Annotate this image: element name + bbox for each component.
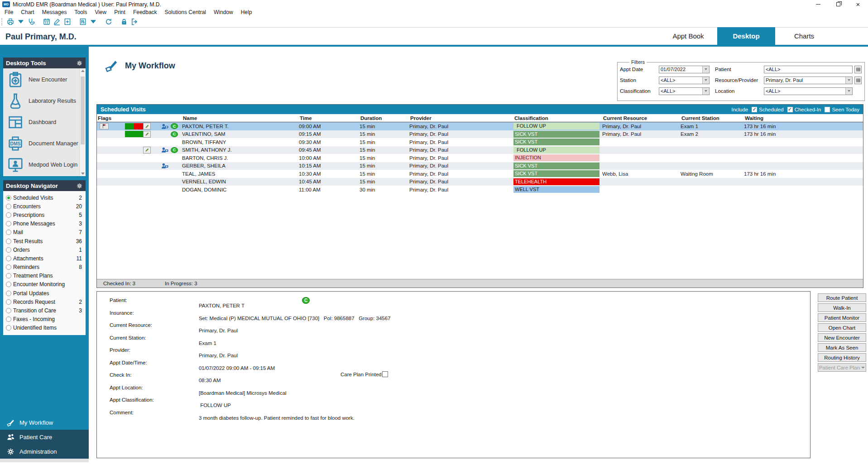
- radio-icon[interactable]: [6, 221, 11, 226]
- radio-icon[interactable]: [6, 291, 11, 296]
- toolbar-grip[interactable]: [1, 18, 3, 25]
- scrollbar-thumb[interactable]: [81, 77, 85, 144]
- action-button[interactable]: Patient Monitor: [818, 313, 866, 322]
- note-button[interactable]: [143, 131, 151, 138]
- gear-icon[interactable]: [76, 182, 83, 189]
- radio-icon[interactable]: [6, 239, 11, 244]
- chevron-down-icon[interactable]: [702, 66, 709, 73]
- radio-icon[interactable]: [6, 308, 11, 313]
- gear-icon[interactable]: [76, 60, 83, 67]
- action-button[interactable]: Open Chart: [818, 323, 866, 332]
- visit-name[interactable]: VALENTINO, SAM: [182, 131, 299, 137]
- action-button[interactable]: Route Patient: [818, 293, 866, 302]
- navigator-item[interactable]: Test Results 36: [6, 237, 84, 245]
- toolbar-icon[interactable]: [120, 18, 128, 26]
- main-tab[interactable]: Appt Book: [659, 27, 717, 45]
- chevron-down-icon[interactable]: [702, 77, 709, 84]
- visit-row[interactable]: C PAXTON, PETER T. 09:00 AM 15 min Prima…: [97, 122, 863, 130]
- main-tab[interactable]: Desktop: [717, 27, 775, 45]
- location-select[interactable]: <ALL>: [764, 87, 853, 95]
- radio-icon[interactable]: [6, 256, 11, 261]
- note-button[interactable]: [143, 147, 151, 153]
- action-button[interactable]: Patient Care Plan: [818, 363, 866, 372]
- action-button[interactable]: New Encounter: [818, 333, 866, 342]
- flag-button[interactable]: [100, 123, 109, 129]
- visit-name[interactable]: TEAL, JAMES: [182, 171, 299, 177]
- include-checkbox[interactable]: [825, 107, 830, 112]
- menu-item[interactable]: File: [5, 9, 13, 15]
- navigator-item[interactable]: Prescriptions 5: [6, 211, 84, 219]
- radio-icon[interactable]: [6, 204, 11, 209]
- chevron-down-icon[interactable]: [702, 88, 709, 95]
- radio-icon[interactable]: [6, 282, 11, 287]
- navigator-item[interactable]: Encounters 20: [6, 202, 84, 211]
- toolbar-icon[interactable]: [105, 18, 113, 26]
- col-current-station[interactable]: Current Station: [681, 115, 744, 121]
- chevron-down-icon[interactable]: [845, 88, 852, 95]
- visit-row[interactable]: VERNELL, EDWIN 10:45 AM 15 min Primary, …: [97, 178, 863, 186]
- visit-row[interactable]: C SMITH, ANTHONY J. 09:45 AM 15 min Prim…: [97, 146, 863, 154]
- menu-item[interactable]: Window: [214, 9, 233, 15]
- visit-name[interactable]: SMITH, ANTHONY J.: [182, 147, 299, 153]
- col-time[interactable]: Time: [299, 115, 360, 121]
- tool-item[interactable]: Laboratory Results: [7, 92, 78, 110]
- visit-row[interactable]: BROWN, TIFFANY 09:30 AM 15 min Primary, …: [97, 138, 863, 146]
- menu-item[interactable]: Messages: [42, 9, 67, 15]
- toolbar-icon[interactable]: [89, 18, 97, 26]
- menu-item[interactable]: Chart: [21, 9, 34, 15]
- navigator-item[interactable]: Treatment Plans: [6, 272, 84, 280]
- navigator-item[interactable]: Portal Updates: [6, 289, 84, 297]
- visit-row[interactable]: C VALENTINO, SAM 09:15 AM 15 min Primary…: [97, 130, 863, 139]
- radio-icon[interactable]: [6, 230, 11, 235]
- navigator-item[interactable]: Encounter Monitoring: [6, 280, 84, 289]
- station-select[interactable]: <ALL>: [659, 77, 710, 84]
- visit-name[interactable]: DOGAN, DOMINIC: [182, 187, 299, 192]
- note-button[interactable]: [143, 123, 151, 129]
- action-button[interactable]: Mark As Seen: [818, 343, 866, 352]
- toolbar-icon[interactable]: [17, 18, 25, 26]
- navigator-item[interactable]: Scheduled Visits 2: [6, 193, 84, 202]
- scroll-down-icon[interactable]: [81, 173, 85, 175]
- toolbar-icon[interactable]: [79, 18, 87, 26]
- navigator-item[interactable]: Records Request 2: [6, 297, 84, 306]
- navigator-item[interactable]: Phone Messages 3: [6, 220, 84, 228]
- toolbar-icon[interactable]: [63, 18, 72, 26]
- radio-icon[interactable]: [6, 273, 11, 278]
- menu-item[interactable]: Solutions Central: [165, 9, 206, 15]
- radio-icon[interactable]: [6, 195, 11, 201]
- visit-row[interactable]: TEAL, JAMES 10:30 AM 15 min Primary, Dr.…: [97, 170, 863, 178]
- visit-name[interactable]: VERNELL, EDWIN: [182, 179, 299, 184]
- radio-icon[interactable]: [6, 299, 11, 305]
- tool-item[interactable]: Document Manager: [7, 135, 78, 152]
- tool-item[interactable]: Medpod Web Login: [7, 156, 78, 173]
- visit-name[interactable]: GERBER, SHEILA: [182, 163, 299, 168]
- bottom-nav-item[interactable]: Administration: [0, 444, 89, 459]
- navigator-item[interactable]: Faxes - Incoming: [6, 315, 84, 324]
- action-button[interactable]: Routing History: [818, 353, 866, 362]
- visit-row[interactable]: GERBER, SHEILA 10:15 AM 15 min Primary, …: [97, 162, 863, 170]
- toolbar-icon[interactable]: [27, 18, 35, 26]
- classification-select[interactable]: <ALL>: [659, 87, 710, 95]
- navigator-item[interactable]: Transition of Care 3: [6, 306, 84, 315]
- patient-lookup-button[interactable]: [854, 66, 862, 73]
- col-duration[interactable]: Duration: [360, 115, 409, 121]
- radio-icon[interactable]: [6, 264, 11, 270]
- chevron-down-icon[interactable]: [845, 77, 852, 84]
- bottom-nav-item[interactable]: Patient Care: [0, 430, 89, 444]
- patient-input[interactable]: <ALL>: [764, 66, 853, 73]
- toolbar-icon[interactable]: [43, 18, 51, 26]
- toolbar-icon[interactable]: [130, 18, 139, 26]
- navigator-item[interactable]: Unidentified Items: [6, 324, 84, 332]
- main-tab[interactable]: Charts: [775, 27, 833, 45]
- scroll-up-icon[interactable]: [81, 70, 85, 72]
- menu-item[interactable]: Print: [114, 9, 125, 15]
- col-flags[interactable]: Flags: [97, 115, 182, 121]
- radio-icon[interactable]: [6, 325, 11, 331]
- toolbar-icon[interactable]: [6, 18, 14, 26]
- include-checkbox[interactable]: ✓: [752, 107, 757, 112]
- toolbar-icon[interactable]: [53, 18, 61, 26]
- tool-item[interactable]: Dashboard: [7, 114, 78, 131]
- menu-item[interactable]: Tools: [74, 9, 87, 15]
- menu-item[interactable]: View: [95, 9, 106, 15]
- menu-item[interactable]: Help: [241, 9, 252, 15]
